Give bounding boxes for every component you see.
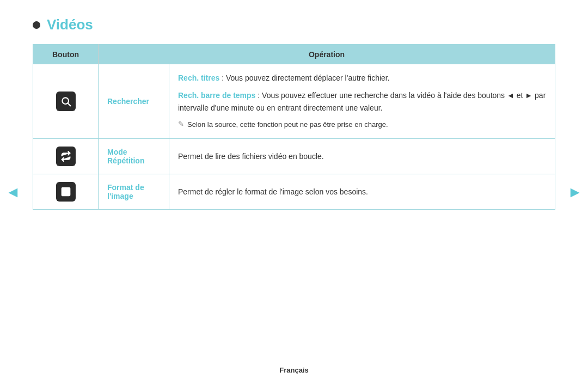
col-header-operation: Opération	[99, 45, 555, 65]
operation-cell-format: Permet de régler le format de l'image se…	[169, 174, 555, 209]
image-icon	[56, 182, 76, 202]
repeat-icon	[56, 147, 76, 166]
svg-point-3	[63, 190, 65, 191]
row-label-search: Rechercher	[107, 97, 149, 106]
button-cell-repeat	[33, 138, 99, 174]
page-title: Vidéos	[47, 16, 93, 33]
label-cell-search: Rechercher	[99, 64, 169, 138]
col-header-button: Bouton	[33, 45, 99, 65]
op-block-2: Rech. barre de temps : Vous pouvez effec…	[178, 89, 546, 114]
operation-cell-search: Rech. titres : Vous pouvez directement d…	[169, 64, 555, 138]
op-text-titres: : Vous pouvez directement déplacer l'aut…	[222, 74, 390, 82]
page-title-row: Vidéos	[33, 16, 555, 33]
search-icon	[56, 92, 76, 111]
op-link-titres: Rech. titres	[178, 74, 219, 82]
footer-language: Français	[0, 366, 588, 374]
op-block-1: Rech. titres : Vous pouvez directement d…	[178, 72, 546, 84]
op-text-format: Permet de régler le format de l'image se…	[178, 187, 368, 196]
operation-cell-repeat: Permet de lire des fichiers vidéo en bou…	[169, 138, 555, 174]
table-row: Format del'image Permet de régler le for…	[33, 174, 555, 209]
button-cell-search	[33, 64, 99, 138]
op-block-note: ✎ Selon la source, cette fonction peut n…	[178, 119, 546, 131]
row-label-repeat: ModeRépétition	[107, 148, 144, 165]
table-row: ModeRépétition Permet de lire des fichie…	[33, 138, 555, 174]
row-label-format: Format del'image	[107, 183, 144, 200]
table-row: Rechercher Rech. titres : Vous pouvez di…	[33, 64, 555, 138]
note-icon: ✎	[178, 120, 184, 128]
label-cell-format: Format del'image	[99, 174, 169, 209]
main-table: Bouton Opération Rechercher	[33, 44, 555, 210]
button-cell-format	[33, 174, 99, 209]
label-cell-repeat: ModeRépétition	[99, 138, 169, 174]
op-text-repeat: Permet de lire des fichiers vidéo en bou…	[178, 152, 324, 161]
nav-arrow-left[interactable]: ◄	[5, 184, 21, 201]
bullet-icon	[33, 21, 40, 29]
svg-line-1	[68, 103, 70, 106]
op-text-note: Selon la source, cette fonction peut ne …	[187, 119, 388, 131]
op-link-barre: Rech. barre de temps	[178, 91, 255, 100]
nav-arrow-right[interactable]: ►	[567, 184, 583, 201]
